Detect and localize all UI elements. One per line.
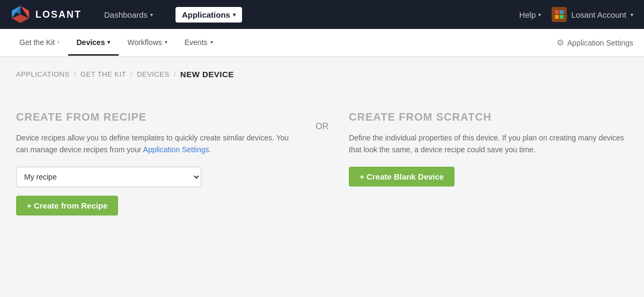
gear-icon: ⚙ xyxy=(557,38,564,48)
sub-nav-devices[interactable]: Devices ▾ xyxy=(68,31,119,56)
svg-marker-2 xyxy=(12,14,29,23)
top-nav-right: Help ▾ Losant Account ▾ xyxy=(519,7,633,22)
breadcrumb-area: APPLICATIONS / GET THE KIT / DEVICES / N… xyxy=(0,57,644,84)
create-from-recipe-title: CREATE FROM RECIPE xyxy=(16,111,295,123)
svg-rect-5 xyxy=(560,10,564,14)
create-from-recipe-description: Device recipes allow you to define templ… xyxy=(16,132,295,156)
sub-nav-get-the-kit[interactable]: Get the Kit › xyxy=(11,31,68,56)
create-from-recipe-column: CREATE FROM RECIPE Device recipes allow … xyxy=(16,100,295,226)
account-icon xyxy=(552,7,567,22)
application-settings-link[interactable]: ⚙ Application Settings xyxy=(557,38,633,48)
sub-navigation: Get the Kit › Devices ▾ Workflows ▾ Even… xyxy=(0,29,644,57)
breadcrumb-sep-1: / xyxy=(74,70,76,78)
breadcrumb-applications[interactable]: APPLICATIONS xyxy=(16,70,70,78)
get-the-kit-caret: › xyxy=(57,39,59,45)
losant-logo-icon xyxy=(11,5,30,24)
create-from-recipe-button[interactable]: + Create from Recipe xyxy=(16,196,118,216)
logo-text: LOSANT xyxy=(35,9,82,20)
events-caret: ▾ xyxy=(210,39,213,45)
breadcrumb-devices[interactable]: DEVICES xyxy=(137,70,170,78)
recipe-select[interactable]: My recipe xyxy=(16,167,201,187)
dashboards-caret: ▾ xyxy=(150,12,153,18)
workflows-caret: ▾ xyxy=(165,39,167,45)
breadcrumb: APPLICATIONS / GET THE KIT / DEVICES / N… xyxy=(16,70,628,79)
top-nav-left: LOSANT Dashboards ▾ Applications ▾ xyxy=(11,5,242,24)
account-button[interactable]: Losant Account ▾ xyxy=(552,7,633,22)
help-caret: ▾ xyxy=(538,12,541,18)
top-navigation: LOSANT Dashboards ▾ Applications ▾ Help … xyxy=(0,0,644,29)
sub-nav-events[interactable]: Events ▾ xyxy=(176,31,222,56)
devices-caret: ▾ xyxy=(107,39,110,45)
svg-rect-6 xyxy=(555,15,559,19)
help-button[interactable]: Help ▾ xyxy=(519,10,541,19)
breadcrumb-get-the-kit[interactable]: GET THE KIT xyxy=(80,70,126,78)
breadcrumb-sep-2: / xyxy=(130,70,133,78)
or-divider: OR xyxy=(295,100,349,131)
applications-caret: ▾ xyxy=(233,12,236,18)
logo-area: LOSANT xyxy=(11,5,82,24)
nav-applications[interactable]: Applications ▾ xyxy=(175,7,242,23)
breadcrumb-sep-3: / xyxy=(174,70,176,78)
columns-layout: CREATE FROM RECIPE Device recipes allow … xyxy=(16,100,628,226)
nav-dashboards[interactable]: Dashboards ▾ xyxy=(98,7,159,23)
create-from-scratch-title: CREATE FROM SCRATCH xyxy=(349,111,628,123)
create-blank-device-button[interactable]: + Create Blank Device xyxy=(349,167,455,187)
breadcrumb-current: NEW DEVICE xyxy=(180,70,234,79)
app-settings-link[interactable]: Application Settings xyxy=(143,145,209,154)
sub-nav-workflows[interactable]: Workflows ▾ xyxy=(119,31,175,56)
create-from-scratch-description: Define the individual properties of this… xyxy=(349,132,628,156)
create-from-scratch-column: CREATE FROM SCRATCH Define the individua… xyxy=(349,100,628,197)
svg-rect-4 xyxy=(555,10,559,14)
account-caret: ▾ xyxy=(631,12,633,18)
svg-rect-7 xyxy=(560,15,564,19)
sub-nav-left: Get the Kit › Devices ▾ Workflows ▾ Even… xyxy=(11,31,222,55)
main-content: CREATE FROM RECIPE Device recipes allow … xyxy=(0,84,644,297)
